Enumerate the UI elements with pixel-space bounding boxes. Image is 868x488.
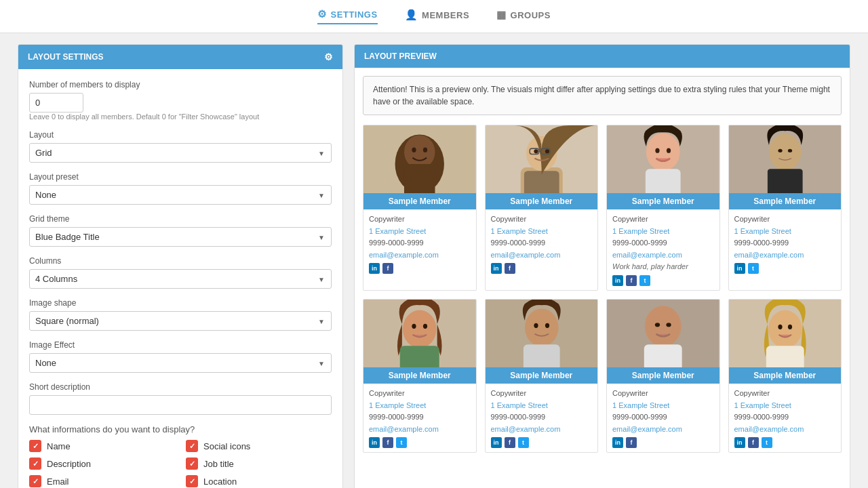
svg-point-38	[666, 323, 671, 327]
member-phone: 9999-0000-9999	[734, 239, 789, 247]
short-desc-input[interactable]	[29, 395, 332, 415]
member-name-bar: Sample Member	[363, 367, 476, 384]
checkbox-social-box[interactable]	[186, 440, 198, 452]
member-email[interactable]: email@example.com	[369, 424, 471, 436]
member-photo	[486, 125, 598, 193]
member-address[interactable]: 1 Example Street	[612, 226, 714, 238]
columns-group: Columns 1 Column 2 Columns 3 Columns 4 C…	[29, 256, 332, 289]
layout-select-wrap: Grid List Masonry	[29, 143, 332, 163]
linkedin-icon[interactable]: in	[612, 437, 623, 448]
left-panel-title: LAYOUT SETTINGS	[28, 52, 104, 62]
linkedin-icon[interactable]: in	[369, 437, 380, 448]
member-photo	[729, 125, 842, 193]
twitter-icon[interactable]: t	[762, 437, 772, 448]
member-card: Sample Member Copywriter 1 Example Stree…	[606, 299, 720, 453]
facebook-icon[interactable]: f	[626, 275, 637, 286]
member-email[interactable]: email@example.com	[612, 424, 714, 436]
linkedin-icon[interactable]: in	[491, 263, 502, 274]
layout-select[interactable]: Grid List Masonry	[29, 143, 332, 163]
member-email[interactable]: email@example.com	[491, 424, 593, 436]
member-email[interactable]: email@example.com	[491, 249, 593, 262]
member-address[interactable]: 1 Example Street	[734, 226, 836, 238]
social-icons: inft	[612, 275, 714, 286]
image-effect-select[interactable]: None Zoom	[29, 353, 332, 373]
member-address[interactable]: 1 Example Street	[491, 400, 593, 412]
checkbox-jobtitle-label: Job title	[203, 459, 234, 469]
columns-select[interactable]: 1 Column 2 Columns 3 Columns 4 Columns	[29, 269, 332, 289]
facebook-icon[interactable]: f	[505, 263, 515, 274]
image-effect-select-wrap: None Zoom	[29, 353, 332, 373]
layout-preset-group: Layout preset None Preset 1	[29, 172, 332, 205]
member-email[interactable]: email@example.com	[734, 249, 836, 262]
linkedin-icon[interactable]: in	[612, 275, 623, 286]
svg-point-22	[778, 149, 782, 152]
member-name-bar: Sample Member	[729, 367, 842, 384]
checkbox-social: Social icons	[186, 440, 332, 452]
social-icons: inft	[734, 437, 836, 448]
member-name-bar: Sample Member	[729, 193, 842, 209]
short-desc-group: Short description	[29, 382, 332, 415]
layout-preset-select[interactable]: None Preset 1	[29, 185, 332, 205]
member-info: Copywriter 1 Example Street 9999-0000-99…	[729, 384, 842, 452]
checkbox-name-box[interactable]	[29, 440, 41, 452]
member-email[interactable]: email@example.com	[734, 424, 836, 436]
settings-gear-icon[interactable]: ⚙	[324, 52, 333, 62]
image-effect-label: Image Effect	[29, 340, 332, 350]
member-info: Copywriter 1 Example Street 9999-0000-99…	[729, 209, 842, 278]
left-panel-header: LAYOUT SETTINGS ⚙	[18, 45, 342, 69]
num-members-group: Number of members to display Leave 0 to …	[29, 80, 332, 121]
num-members-input[interactable]	[29, 93, 83, 113]
member-phone: 9999-0000-9999	[491, 239, 546, 247]
facebook-icon[interactable]: f	[505, 437, 515, 448]
member-card: Sample Member Copywriter 1 Example Stree…	[485, 299, 599, 453]
member-address[interactable]: 1 Example Street	[612, 400, 714, 412]
member-card: Sample Member Copywriter 1 Example Stree…	[363, 299, 477, 453]
facebook-icon[interactable]: f	[626, 437, 637, 448]
twitter-icon[interactable]: t	[396, 437, 407, 448]
svg-point-41	[768, 310, 802, 348]
svg-rect-19	[646, 169, 681, 193]
svg-rect-39	[644, 344, 682, 367]
checkbox-email-box[interactable]	[29, 475, 41, 487]
num-members-label: Number of members to display	[29, 80, 332, 89]
nav-settings[interactable]: ⚙ SETTINGS	[317, 8, 378, 24]
member-grid: Sample Member Copywriter 1 Example Stree…	[363, 125, 842, 453]
member-address[interactable]: 1 Example Street	[369, 226, 471, 238]
member-address[interactable]: 1 Example Street	[491, 226, 593, 238]
checkbox-email-label: Email	[47, 476, 69, 487]
member-info: Copywriter 1 Example Street 9999-0000-99…	[607, 384, 719, 452]
num-members-hint: Leave 0 to display all members. Default …	[29, 113, 332, 121]
facebook-icon[interactable]: f	[382, 437, 393, 448]
member-email[interactable]: email@example.com	[612, 249, 714, 262]
checkboxes-grid: Name Social icons Description Job title	[29, 440, 332, 488]
svg-point-10	[534, 149, 538, 153]
layout-preset-label: Layout preset	[29, 172, 332, 182]
twitter-icon[interactable]: t	[748, 263, 759, 274]
twitter-icon[interactable]: t	[639, 275, 650, 286]
member-email[interactable]: email@example.com	[369, 249, 471, 262]
facebook-icon[interactable]: f	[382, 263, 393, 274]
checkbox-name-label: Name	[47, 441, 71, 451]
checkbox-location-box[interactable]	[186, 475, 198, 487]
checkbox-description-box[interactable]	[29, 458, 41, 470]
nav-groups[interactable]: ▦ GROUPS	[496, 9, 551, 24]
checkbox-description: Description	[29, 458, 175, 470]
linkedin-icon[interactable]: in	[734, 263, 745, 274]
facebook-icon[interactable]: f	[748, 437, 759, 448]
member-name-bar: Sample Member	[607, 193, 719, 209]
layout-group: Layout Grid List Masonry	[29, 130, 332, 163]
image-shape-select[interactable]: Square (normal) Circle	[29, 311, 332, 331]
linkedin-icon[interactable]: in	[369, 263, 380, 274]
member-card: Sample Member Copywriter 1 Example Stree…	[728, 299, 842, 453]
member-address[interactable]: 1 Example Street	[369, 400, 471, 412]
member-address[interactable]: 1 Example Street	[734, 400, 836, 412]
nav-members[interactable]: 👤 MEMBERS	[405, 9, 469, 24]
twitter-icon[interactable]: t	[518, 437, 529, 448]
checkbox-jobtitle-box[interactable]	[186, 458, 198, 470]
short-desc-label: Short description	[29, 382, 332, 392]
grid-theme-select[interactable]: Blue Badge Title None	[29, 227, 332, 247]
linkedin-icon[interactable]: in	[491, 437, 502, 448]
svg-point-21	[768, 134, 801, 170]
linkedin-icon[interactable]: in	[734, 437, 745, 448]
columns-select-wrap: 1 Column 2 Columns 3 Columns 4 Columns	[29, 269, 332, 289]
